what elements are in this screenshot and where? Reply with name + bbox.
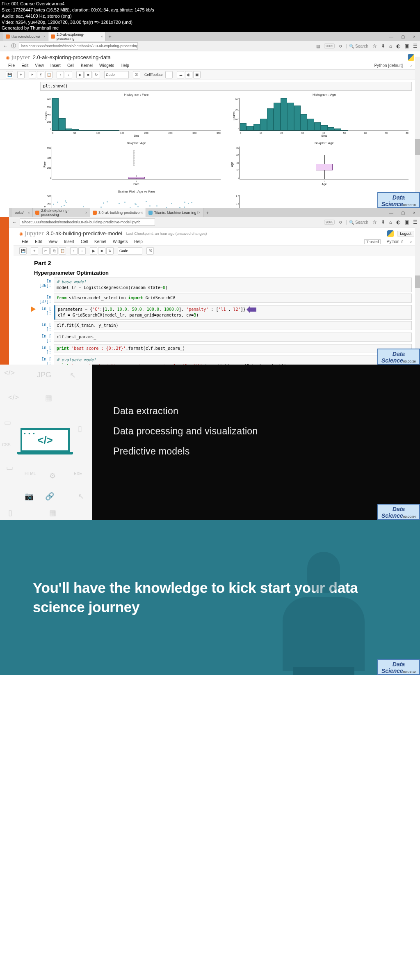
logout-button[interactable]: Logout xyxy=(397,231,414,236)
browser-tab[interactable]: ooks/× xyxy=(12,208,33,217)
menu-icon[interactable]: ☰ xyxy=(413,219,418,225)
url-input[interactable]: alhost:8888/notebooks/notebooks/3.0-ak-b… xyxy=(20,218,155,226)
shield-icon[interactable]: ▣ xyxy=(404,219,409,225)
pocket-icon[interactable]: ◐ xyxy=(396,43,400,49)
code-input[interactable]: parameters = {'C':[1.0, 10.0, 50.0, 100.… xyxy=(54,305,412,320)
close-icon[interactable]: × xyxy=(101,34,103,39)
jupyter-logo[interactable]: jupyter xyxy=(19,230,44,237)
back-icon[interactable]: ← xyxy=(2,43,8,49)
move-up-icon[interactable]: ↑ xyxy=(70,247,78,255)
menu-insert[interactable]: Insert xyxy=(48,62,63,69)
tb-icon[interactable]: ☁ xyxy=(177,71,184,78)
browser-tab-active[interactable]: 3.0-ak-building-predictive-× xyxy=(90,208,146,217)
scrollbar[interactable] xyxy=(415,57,420,208)
browser-tab[interactable]: titanic/notebooks/× xyxy=(3,32,48,41)
menu-widgets[interactable]: Widgets xyxy=(97,62,116,69)
zoom-level[interactable]: 90% xyxy=(324,44,335,48)
close-icon[interactable]: × xyxy=(199,211,201,215)
close-icon[interactable]: × xyxy=(141,211,143,215)
save-icon[interactable]: 💾 xyxy=(19,247,27,255)
new-tab-button[interactable]: + xyxy=(106,34,114,40)
search-box[interactable]: 🔍 Search xyxy=(346,44,368,48)
info-icon[interactable]: ⓘ xyxy=(11,43,16,50)
code-cell[interactable]: In [ ]: clf.fit(X_train, y_train) xyxy=(34,321,412,331)
restart-icon[interactable]: ↻ xyxy=(93,71,100,78)
close-icon[interactable]: × xyxy=(28,211,30,215)
copy-icon[interactable]: ⎘ xyxy=(50,247,58,255)
url-input[interactable]: localhost:8888/notebooks/titanic/noteboo… xyxy=(19,42,138,50)
scrollbar[interactable] xyxy=(415,226,420,365)
bookmark-icon[interactable]: ☆ xyxy=(372,219,377,225)
jupyter-logo[interactable]: jupyter xyxy=(6,54,30,61)
code-cell-active[interactable]: In [ ]: parameters = {'C':[1.0, 10.0, 50… xyxy=(34,305,412,320)
browser-tab[interactable]: Titanic: Machine Learning f× xyxy=(146,208,203,217)
stop-icon[interactable]: ■ xyxy=(98,247,105,255)
reader-icon[interactable]: ▤ xyxy=(316,44,320,48)
code-cell[interactable]: In [36]: # base model model_lr = Logisti… xyxy=(34,278,412,292)
run-icon[interactable]: ▶ xyxy=(90,247,97,255)
menu-cell[interactable]: Cell xyxy=(78,239,90,245)
cut-icon[interactable]: ✂ xyxy=(42,247,50,255)
celltoolbar-select[interactable] xyxy=(165,71,173,78)
code-cell[interactable]: In [ ]: clf.best_params_ xyxy=(34,333,412,343)
tb-icon[interactable]: ◐ xyxy=(185,71,192,78)
browser-tab[interactable]: 2.0-ak-exploring-processing× xyxy=(33,208,90,217)
menu-file[interactable]: File xyxy=(19,239,31,245)
move-down-icon[interactable]: ↓ xyxy=(78,247,86,255)
search-box[interactable]: 🔍 Search xyxy=(346,220,368,225)
menu-edit[interactable]: Edit xyxy=(19,62,31,69)
code-input[interactable]: clf.best_params_ xyxy=(54,333,412,342)
restart-icon[interactable]: ↻ xyxy=(106,247,114,255)
menu-cell[interactable]: Cell xyxy=(65,62,77,69)
move-up-icon[interactable]: ↑ xyxy=(57,71,64,78)
maximize-icon[interactable]: ▢ xyxy=(397,32,409,41)
scroll-thumb[interactable] xyxy=(415,139,420,155)
kernel-name[interactable]: Python 2 xyxy=(384,239,405,245)
code-cell[interactable]: In [ ]: print 'best score : {0:.2f}'.for… xyxy=(34,344,412,354)
notebook-title[interactable]: 2.0-ak-exploring-processing-data xyxy=(33,54,111,60)
code-input[interactable]: # base model model_lr = LogisticRegressi… xyxy=(54,278,412,292)
new-tab-button[interactable]: + xyxy=(203,210,212,216)
browser-tab-active[interactable]: 2.0-ak-exploring-processing× xyxy=(48,32,106,41)
menu-widgets[interactable]: Widgets xyxy=(110,239,130,245)
reload-icon[interactable]: ↻ xyxy=(339,220,342,225)
scroll-thumb[interactable] xyxy=(415,275,420,288)
save-icon[interactable]: 💾 xyxy=(6,71,13,78)
add-cell-icon[interactable]: + xyxy=(31,247,38,255)
pocket-icon[interactable]: ◐ xyxy=(396,219,400,225)
paste-icon[interactable]: 📋 xyxy=(45,71,52,78)
paste-icon[interactable]: 📋 xyxy=(59,247,66,255)
menu-icon[interactable]: ☰ xyxy=(413,43,418,49)
command-palette-icon[interactable]: ⌘ xyxy=(133,71,140,78)
zoom-level[interactable]: 90% xyxy=(324,220,335,225)
stop-icon[interactable]: ■ xyxy=(84,71,92,78)
menu-view[interactable]: View xyxy=(46,239,60,245)
add-cell-icon[interactable]: + xyxy=(17,71,25,78)
menu-kernel[interactable]: Kernel xyxy=(78,62,95,69)
copy-icon[interactable]: ⎘ xyxy=(37,71,44,78)
minimize-icon[interactable]: — xyxy=(386,208,397,217)
reload-icon[interactable]: ↻ xyxy=(339,44,342,48)
close-icon[interactable]: × xyxy=(409,32,420,41)
celltype-select[interactable]: Code xyxy=(104,71,129,78)
move-down-icon[interactable]: ↓ xyxy=(65,71,72,78)
menu-help[interactable]: Help xyxy=(132,239,145,245)
code-input[interactable]: # evaluate model print 'score for logist… xyxy=(54,356,412,365)
menu-file[interactable]: File xyxy=(6,62,17,69)
code-input[interactable]: from sklearn.model_selection import Grid… xyxy=(54,294,412,303)
menu-view[interactable]: View xyxy=(32,62,46,69)
code-cell[interactable]: In [37]: from sklearn.model_selection im… xyxy=(34,294,412,304)
close-icon[interactable]: × xyxy=(409,208,420,217)
back-icon[interactable]: ← xyxy=(11,219,17,225)
home-icon[interactable]: ⌂ xyxy=(389,43,392,49)
code-cell[interactable]: In [ ]: # evaluate model print 'score fo… xyxy=(34,356,412,365)
menu-help[interactable]: Help xyxy=(118,62,132,69)
close-icon[interactable]: × xyxy=(85,211,87,215)
code-input[interactable]: clf.fit(X_train, y_train) xyxy=(54,321,412,330)
maximize-icon[interactable]: ▢ xyxy=(397,208,409,217)
code-cell-input[interactable]: plt.show() xyxy=(40,82,412,91)
code-input[interactable]: print 'best score : {0:.2f}'.format(clf.… xyxy=(54,344,412,353)
command-palette-icon[interactable]: ⌘ xyxy=(146,247,154,255)
home-icon[interactable]: ⌂ xyxy=(389,219,392,225)
cut-icon[interactable]: ✂ xyxy=(29,71,36,78)
